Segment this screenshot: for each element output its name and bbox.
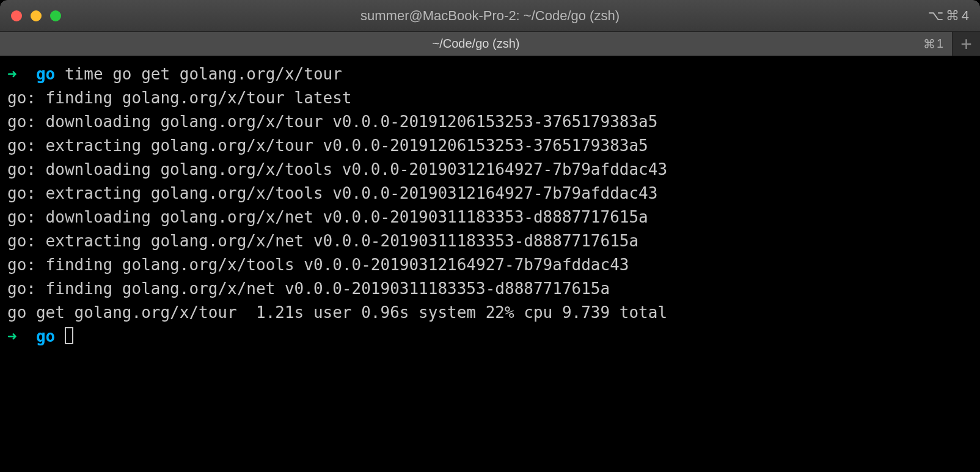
window-title: summer@MacBook-Pro-2: ~/Code/go (zsh)	[360, 8, 620, 24]
minimize-button[interactable]	[31, 10, 42, 21]
output-line: go: downloading golang.org/x/net v0.0.0-…	[7, 205, 973, 229]
output-line: go: extracting golang.org/x/net v0.0.0-2…	[7, 229, 973, 253]
output-line: go: finding golang.org/x/tour latest	[7, 86, 973, 110]
prompt-directory: go	[36, 327, 55, 345]
close-button[interactable]	[11, 10, 22, 21]
tab-active[interactable]: ~/Code/go (zsh) ⌘1	[0, 32, 952, 56]
output-line: go: downloading golang.org/x/tour v0.0.0…	[7, 110, 973, 134]
tab-shortcut: ⌘1	[923, 37, 943, 51]
option-key-icon: ⌥	[928, 8, 943, 24]
output-line: go get golang.org/x/tour 1.21s user 0.96…	[7, 301, 973, 325]
output-line: go: finding golang.org/x/net v0.0.0-2019…	[7, 277, 973, 301]
command-key-icon: ⌘	[923, 37, 935, 51]
prompt-arrow-icon: ➜	[7, 65, 17, 83]
titlebar-shortcut: ⌥⌘4	[928, 8, 969, 24]
tab-bar: ~/Code/go (zsh) ⌘1 +	[0, 32, 980, 56]
prompt-line-current: ➜ go	[7, 325, 973, 348]
prompt-directory: go	[36, 65, 55, 83]
command-key-icon: ⌘	[946, 8, 959, 24]
prompt-arrow-icon: ➜	[7, 327, 17, 345]
cursor	[65, 327, 73, 344]
plus-icon: +	[960, 33, 971, 54]
output-line: go: downloading golang.org/x/tools v0.0.…	[7, 158, 973, 182]
tab-shortcut-number: 1	[937, 37, 943, 51]
command-text: time go get golang.org/x/tour	[65, 65, 342, 83]
maximize-button[interactable]	[50, 10, 61, 21]
terminal-content[interactable]: ➜ go time go get golang.org/x/tour go: f…	[0, 56, 980, 472]
new-tab-button[interactable]: +	[952, 32, 980, 56]
traffic-lights	[11, 10, 61, 21]
output-line: go: finding golang.org/x/tools v0.0.0-20…	[7, 253, 973, 277]
window-titlebar: summer@MacBook-Pro-2: ~/Code/go (zsh) ⌥⌘…	[0, 0, 980, 32]
prompt-line: ➜ go time go get golang.org/x/tour	[7, 62, 973, 86]
output-line: go: extracting golang.org/x/tour v0.0.0-…	[7, 134, 973, 158]
output-line: go: extracting golang.org/x/tools v0.0.0…	[7, 182, 973, 205]
tab-label: ~/Code/go (zsh)	[433, 37, 520, 51]
shortcut-number: 4	[962, 8, 969, 24]
